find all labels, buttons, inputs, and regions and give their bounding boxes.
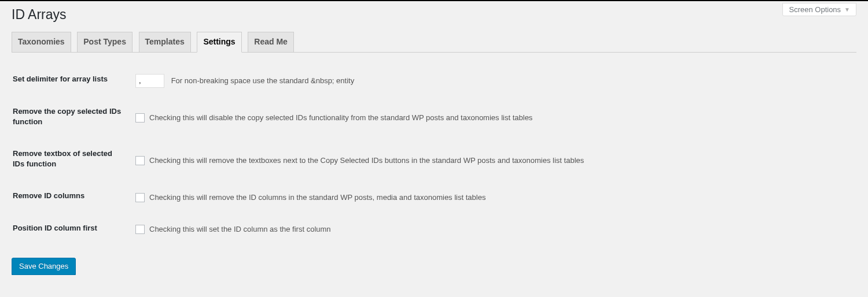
delimiter-label: Set delimiter for array lists <box>13 65 128 96</box>
remove-textbox-description: Checking this will remove the textboxes … <box>149 155 584 166</box>
tab-templates[interactable]: Templates <box>139 32 191 52</box>
screen-options-button[interactable]: Screen Options ▼ <box>782 3 856 16</box>
position-first-row: Checking this will set the ID column as … <box>135 224 849 235</box>
settings-form-table: Set delimiter for array lists For non-br… <box>12 64 856 246</box>
position-first-label: Position ID column first <box>13 214 128 245</box>
remove-id-columns-description: Checking this will remove the ID columns… <box>149 192 486 203</box>
remove-copy-label: Remove the copy selected IDs function <box>13 98 128 139</box>
tab-post-types[interactable]: Post Types <box>77 32 133 52</box>
remove-textbox-row: Checking this will remove the textboxes … <box>135 155 849 166</box>
page-title: ID Arrays <box>12 1 856 26</box>
remove-copy-row: Checking this will disable the copy sele… <box>135 113 849 123</box>
position-first-checkbox[interactable] <box>135 225 145 234</box>
nav-tabs: Taxonomies Post Types Templates Settings… <box>12 26 856 53</box>
delimiter-description: For non-breaking space use the standard … <box>171 76 355 85</box>
chevron-down-icon: ▼ <box>844 6 850 13</box>
remove-copy-description: Checking this will disable the copy sele… <box>149 113 532 123</box>
screen-options-label: Screen Options <box>789 5 841 14</box>
save-button[interactable]: Save Changes <box>12 258 76 275</box>
remove-copy-checkbox[interactable] <box>135 113 145 122</box>
tab-read-me[interactable]: Read Me <box>248 32 294 52</box>
remove-id-columns-checkbox[interactable] <box>135 193 145 202</box>
remove-textbox-label: Remove textbox of selected IDs function <box>13 140 128 181</box>
remove-id-columns-label: Remove ID columns <box>13 182 128 213</box>
position-first-description: Checking this will set the ID column as … <box>149 224 331 235</box>
remove-id-columns-row: Checking this will remove the ID columns… <box>135 192 849 203</box>
delimiter-input[interactable] <box>135 74 164 88</box>
remove-textbox-checkbox[interactable] <box>135 156 145 165</box>
tab-taxonomies[interactable]: Taxonomies <box>12 32 71 52</box>
tab-settings[interactable]: Settings <box>197 32 241 53</box>
